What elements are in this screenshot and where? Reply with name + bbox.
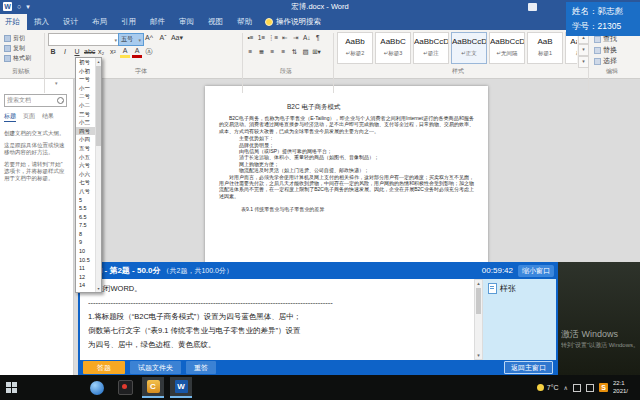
exam-header[interactable]: Word - 第2题 - 50.0分 （共2题，共100.0分） 00:59:4… — [78, 262, 558, 279]
font-size-option[interactable]: 小初 — [76, 67, 97, 76]
ribbon-tab[interactable]: 开始 — [0, 14, 27, 30]
ribbon-tab[interactable]: 插入 — [27, 14, 56, 30]
nav-tab[interactable]: 页面 — [23, 112, 35, 122]
question-scrollbar[interactable]: ▴ ▾ — [474, 279, 483, 360]
font-size-option[interactable]: 5 — [76, 196, 97, 205]
paragraph-button[interactable]: ⇥ — [291, 32, 300, 44]
nav-tab[interactable]: 标题 — [4, 112, 16, 122]
gallery-scroll-button[interactable]: ▾ — [578, 44, 589, 56]
font-format-button[interactable]: A — [120, 46, 130, 58]
font-format-button[interactable]: B — [48, 46, 58, 58]
ribbon-tab[interactable]: 引用 — [114, 14, 143, 30]
paragraph-button[interactable]: ⇅ — [290, 46, 299, 58]
font-size-option[interactable]: 9 — [76, 238, 97, 247]
exam-action-button[interactable]: 重答 — [186, 361, 216, 374]
paragraph-button[interactable]: ▨ — [301, 46, 310, 58]
taskbar-clock[interactable]: 22:1 2021/ — [613, 380, 639, 395]
ribbon-tab[interactable]: 邮件 — [143, 14, 172, 30]
font-size-option[interactable]: 小二 — [76, 101, 97, 110]
font-format-button[interactable]: Ⓐ — [144, 46, 154, 58]
start-button-icon[interactable] — [6, 382, 17, 393]
paragraph-button[interactable]: ≡ — [279, 46, 288, 58]
font-size-option[interactable]: 8 — [76, 230, 97, 239]
ribbon-tab[interactable]: 审阅 — [172, 14, 201, 30]
return-main-window-button[interactable]: 返回主窗口 — [504, 361, 553, 374]
scroll-up-icon[interactable]: ▴ — [475, 280, 482, 287]
editing-button[interactable]: 替换 — [594, 45, 617, 55]
clipboard-button[interactable]: 格式刷 — [4, 53, 31, 63]
clipboard-button[interactable]: 复制 — [4, 43, 31, 53]
paragraph-button[interactable]: A↓ — [302, 32, 311, 44]
nav-tab[interactable]: 结果 — [42, 112, 54, 122]
paragraph-button[interactable]: 1≡ — [257, 32, 266, 44]
shrink-window-button[interactable]: 缩小窗口 — [518, 265, 554, 277]
paragraph-button[interactable]: ≡ — [246, 46, 255, 58]
tell-me-box[interactable]: 操作说明搜索 — [259, 14, 327, 30]
ribbon-tab[interactable]: 帮助 — [230, 14, 259, 30]
paragraph-button[interactable]: ≣ — [257, 46, 266, 58]
style-item[interactable]: AaB 标题1 — [527, 32, 563, 64]
paragraph-button[interactable]: ⇤ — [280, 32, 289, 44]
dropdown-scrollbar[interactable]: ▴ ▾ — [95, 58, 101, 292]
font-tool-button[interactable]: Aa▾ — [170, 32, 184, 44]
ribbon-display-options-icon[interactable] — [528, 3, 537, 11]
font-size-option[interactable]: 四号 — [76, 127, 97, 136]
save-icon[interactable]: ○ — [17, 3, 21, 10]
font-size-option[interactable]: 小一 — [76, 84, 97, 93]
font-tool-button[interactable]: A^ — [142, 32, 156, 44]
font-name-combo[interactable]: ▾ — [48, 33, 120, 46]
ribbon-tab[interactable]: 布局 — [85, 14, 114, 30]
scroll-thumb[interactable] — [96, 66, 101, 146]
style-item[interactable]: AaBbCcD ↵无间隔 — [489, 32, 525, 64]
style-item[interactable]: AaBbC 标题4 — [565, 32, 577, 64]
font-size-option[interactable]: 小四 — [76, 135, 97, 144]
font-size-option[interactable]: 小六 — [76, 170, 97, 179]
font-size-option[interactable]: 初号 — [76, 58, 97, 67]
font-size-option[interactable]: 14 — [76, 281, 97, 290]
sample-file-item[interactable]: 样张 — [488, 283, 551, 294]
weather-widget[interactable]: 7°C — [537, 384, 559, 391]
taskbar-c-app-icon[interactable]: C — [142, 377, 164, 398]
font-size-option[interactable]: 八号 — [76, 187, 97, 196]
exam-action-button[interactable]: 答题 — [83, 361, 125, 374]
font-size-option[interactable]: 5.5 — [76, 204, 97, 213]
input-method-icon[interactable]: S — [599, 383, 608, 392]
font-size-option[interactable]: 小五 — [76, 153, 97, 162]
nav-search-input[interactable]: 搜索文档 — [4, 94, 67, 107]
taskbar-browser-icon[interactable] — [86, 377, 108, 398]
ribbon-tab[interactable]: 设计 — [56, 14, 85, 30]
volume-icon[interactable] — [573, 384, 581, 392]
paragraph-button[interactable]: ≡ — [268, 46, 277, 58]
gallery-scroll-button[interactable]: ▾ — [578, 56, 589, 68]
font-size-option[interactable]: 六号 — [76, 161, 97, 170]
network-icon[interactable] — [586, 384, 594, 392]
taskbar-word-icon[interactable]: W — [170, 377, 192, 398]
paragraph-button[interactable]: •≡ — [246, 32, 255, 44]
paragraph-button[interactable]: ⊞▾ — [312, 46, 321, 58]
font-format-button[interactable]: x² — [108, 46, 118, 58]
ribbon-tab[interactable]: 视图 — [201, 14, 230, 30]
exam-action-button[interactable]: 试题文件夹 — [130, 361, 181, 374]
nav-options-chevron-icon[interactable]: ▾ — [55, 80, 58, 86]
font-size-option[interactable]: 10 — [76, 247, 97, 256]
font-size-combo[interactable]: 五号▾ — [118, 33, 144, 46]
style-item[interactable]: AaBbCcD ↵正文 — [451, 32, 487, 64]
scroll-thumb[interactable] — [476, 288, 481, 314]
scroll-down-icon[interactable]: ▾ — [475, 352, 482, 359]
font-size-option[interactable]: 五号 — [76, 144, 97, 153]
clipboard-button[interactable]: 剪切 — [4, 33, 31, 43]
font-size-option[interactable]: 二号 — [76, 92, 97, 101]
paragraph-button[interactable]: ¶ — [313, 32, 322, 44]
paragraph-button[interactable]: ⋮≡ — [268, 32, 278, 44]
qat-dropdown-icon[interactable]: ▾ — [26, 3, 30, 11]
editing-button[interactable]: 选择 — [594, 56, 617, 66]
scroll-down-icon[interactable]: ▾ — [96, 285, 101, 292]
font-size-option[interactable]: 七号 — [76, 178, 97, 187]
font-size-option[interactable]: 三号 — [76, 110, 97, 119]
font-size-option[interactable]: 10.5 — [76, 256, 97, 265]
tray-chevron-icon[interactable]: ∧ — [564, 384, 568, 391]
style-item[interactable]: AaBb ↵标题2 — [337, 32, 373, 64]
font-tool-button[interactable]: Aˇ — [156, 32, 170, 44]
font-format-button[interactable]: I — [60, 46, 70, 58]
font-size-option[interactable]: 12 — [76, 273, 97, 282]
